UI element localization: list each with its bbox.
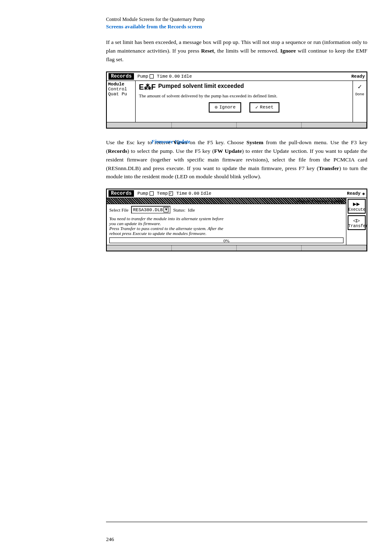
- execute-icon: ▶▶: [348, 200, 365, 207]
- firmware-update-label: Firmware Update: [151, 138, 190, 145]
- emf-sidebar: Module Control Quat Pu: [107, 81, 136, 122]
- sidebar-item-quatpu: Quat Pu: [108, 92, 134, 97]
- pump-label: Pump: [137, 74, 148, 79]
- bottom-seg-2: [172, 122, 237, 128]
- done-checkmark: ✓: [357, 81, 363, 92]
- breadcrumb-line1: Control Module Screens for the Quaternar…: [106, 16, 367, 23]
- emf-code: E⁂F: [139, 83, 156, 92]
- breadcrumb-line2: Screens available from the Records scree…: [106, 23, 367, 30]
- fw-bottom-seg-2: [172, 245, 237, 251]
- fw-bottom-bar: [107, 245, 367, 251]
- ignore-label: Ignore: [219, 105, 236, 110]
- fw-right-panel: ▶▶ Execute ◁▷ Transfer: [346, 198, 367, 245]
- pump-header-item: Pump: [137, 74, 153, 79]
- reset-button[interactable]: ✓ Reset: [249, 102, 279, 113]
- ignore-icon: ⊙: [214, 104, 217, 111]
- fw-ready-star: ✱: [362, 191, 365, 196]
- fw-temp-label: Temp: [157, 191, 168, 196]
- content-area: Control Module Screens for the Quaternar…: [106, 16, 367, 251]
- select-file-label: Select File: [109, 207, 129, 212]
- execute-button[interactable]: ▶▶ Execute: [348, 199, 366, 214]
- fw-bottom-seg-4: [302, 245, 367, 251]
- fw-screen-mockup: Records Pump Temp Time 0.00 Idle: [106, 189, 367, 251]
- bottom-seg-3: [237, 122, 302, 128]
- firmware-section: Firmware Update Use the Esc key to recei…: [106, 138, 367, 252]
- emf-screen-mockup: Records Pump Time 0.00 Idle Ready Module…: [106, 71, 367, 129]
- emf-right-panel: ✓ Done: [353, 81, 367, 122]
- fw-content-area: Select File RESA380.DLB ▼ Status: Idle: [107, 204, 346, 245]
- intro-paragraph: If a set limit has been exceeded, a mess…: [106, 38, 367, 64]
- page-number: 246: [106, 536, 114, 543]
- fw-file-dropdown-icon[interactable]: ▼: [164, 207, 168, 212]
- emf-screen-header: Records Pump Time 0.00 Idle Ready: [107, 72, 367, 81]
- fw-screen-body: Module Firmware Update Select File RESA3…: [107, 198, 367, 245]
- done-label: Done: [355, 92, 364, 97]
- fw-idle-status: Idle: [201, 191, 211, 196]
- fw-file-value: RESA380.DLB: [133, 207, 163, 212]
- fw-progress-bar: 0%: [109, 237, 344, 243]
- fw-pump-checkbox: [150, 191, 154, 196]
- emf-main-area: E⁂F Pumped solvent limit exceeded The am…: [136, 81, 353, 122]
- fw-status-label: Status:: [173, 207, 185, 212]
- page: Control Module Screens for the Quaternar…: [0, 0, 392, 555]
- module-label: Module: [108, 82, 134, 87]
- bottom-seg-4: [302, 122, 367, 128]
- time-header-item: Time 0.00 Idle: [157, 74, 192, 79]
- emf-bottom-bar: [107, 122, 367, 128]
- fw-bottom-seg-3: [237, 245, 302, 251]
- ready-label: Ready: [351, 74, 365, 79]
- fw-bottom-seg-1: [107, 245, 172, 251]
- alert-title: Pumped solvent limit exceeded: [158, 83, 244, 89]
- reset-label: Reset: [260, 105, 274, 110]
- fw-pump-label: Pump: [137, 191, 148, 196]
- fw-temp-checkbox: [169, 191, 173, 196]
- time-label: Time: [157, 74, 168, 79]
- fw-ready-label: Ready ✱: [347, 191, 365, 196]
- time-value: 0.00: [169, 74, 180, 79]
- alert-description: The amount of solvent delivered by the p…: [139, 93, 349, 98]
- transfer-button[interactable]: ◁▷ Transfer: [348, 215, 366, 230]
- execute-label: Execute: [348, 207, 365, 212]
- fw-records-tab: Records: [108, 190, 134, 197]
- reset-checkmark-icon: ✓: [255, 104, 258, 111]
- alert-buttons-row: ⊙ Ignore ✓ Reset: [139, 102, 349, 113]
- fw-title-bar: Module Firmware Update: [107, 198, 346, 204]
- pump-checkbox: [150, 74, 154, 78]
- transfer-icon: ◁▷: [348, 217, 365, 224]
- sidebar-item-control: Control: [108, 87, 134, 92]
- fw-temp-item: Temp: [157, 191, 173, 196]
- idle-status: Idle: [181, 74, 192, 79]
- fw-instructions: You need to transfer the module into its…: [109, 216, 344, 236]
- records-tab: Records: [108, 73, 134, 80]
- firmware-body-text: Use the Esc key to receive Views on the …: [106, 138, 367, 182]
- fw-main-area: Module Firmware Update Select File RESA3…: [107, 198, 346, 245]
- fw-time-label: Time: [176, 191, 187, 196]
- fw-time-value: 0.00: [189, 191, 199, 196]
- bottom-seg-1: [107, 122, 172, 128]
- emf-screen-body: Module Control Quat Pu E⁂F Pumped solven…: [107, 81, 367, 122]
- fw-ready-text: Ready: [347, 191, 360, 196]
- fw-screen-header: Records Pump Temp Time 0.00 Idle: [107, 189, 367, 198]
- fw-status-value: Idle: [188, 207, 195, 212]
- fw-time-item: Time 0.00 Idle: [176, 191, 211, 196]
- fw-file-input[interactable]: RESA380.DLB ▼: [131, 206, 171, 214]
- ignore-button[interactable]: ⊙ Ignore: [209, 102, 241, 113]
- fw-select-row: Select File RESA380.DLB ▼ Status: Idle: [109, 206, 344, 214]
- transfer-label: Transfer: [348, 224, 365, 228]
- page-divider: [106, 522, 367, 522]
- fw-progress-value: 0%: [224, 238, 230, 243]
- fw-pump-item: Pump: [137, 191, 153, 196]
